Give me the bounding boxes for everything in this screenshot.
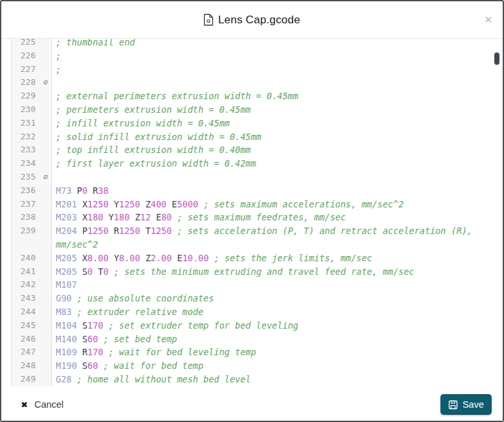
gcode-param: S [77, 360, 88, 371]
gcode-param: X [77, 253, 88, 263]
save-floppy-icon [448, 400, 458, 410]
save-button[interactable]: Save [440, 394, 492, 415]
gcode-param: E [150, 212, 161, 222]
code-line-content[interactable]: ; [52, 63, 501, 76]
code-line-content[interactable]: M205 S0 T0 ; sets the minimum extruding … [52, 265, 501, 279]
line-number: 249 [12, 373, 52, 386]
gcode-value: 10.00 [182, 253, 209, 263]
gcode-value: 38 [98, 185, 108, 196]
gcode-command: M190 [56, 360, 77, 371]
dialog-header: G Lens Cap.gcode × [1, 1, 503, 39]
gcode-command: M204 [56, 226, 77, 236]
code-line-content[interactable]: M204 P1250 R1250 T1250 ; sets accelerati… [52, 224, 501, 252]
code-line-content[interactable] [52, 76, 501, 89]
line-number: 244 [12, 305, 52, 319]
code-line[interactable]: 225; thumbnail end [12, 39, 501, 49]
code-line-content[interactable]: M140 S60 ; set bed temp [52, 333, 501, 346]
gcode-value: 170 [88, 347, 103, 357]
code-line[interactable]: 227; [12, 63, 501, 76]
code-line-content[interactable]: ; [52, 49, 501, 63]
code-line[interactable]: 246M140 S60 ; set bed temp [12, 333, 501, 346]
gcode-command: M201 [56, 199, 77, 209]
code-line[interactable]: 232; solid infill extrusion width = 0.45… [12, 130, 501, 144]
code-line-content[interactable]: M104 S170 ; set extruder temp for bed le… [52, 319, 501, 333]
gcode-comment: ; top infill extrusion width = 0.40mm [56, 145, 251, 155]
code-line-content[interactable]: M73 P0 R38 [52, 184, 501, 198]
code-line-content[interactable]: ; first layer extrusion width = 0.42mm [52, 157, 501, 170]
code-line-content[interactable] [52, 170, 501, 184]
line-number: 237 [12, 198, 52, 211]
code-line-content[interactable]: M203 X180 Y180 Z12 E80 ; sets maximum fe… [52, 211, 501, 224]
gcode-param: P [71, 185, 82, 196]
gcode-command: M83 [56, 307, 71, 317]
gcode-value: 12 [140, 212, 150, 222]
gcode-comment: ; infill extrusion width = 0.45mm [56, 118, 230, 128]
gcode-param: R [88, 185, 98, 196]
code-line[interactable]: 242M107 [12, 278, 501, 292]
code-editor[interactable]: 225; thumbnail end226;227;228∅229; exter… [11, 39, 501, 386]
gcode-param: Z [130, 212, 140, 222]
code-line[interactable]: 233; top infill extrusion width = 0.40mm [12, 143, 501, 157]
gcode-command: M107 [56, 279, 77, 290]
code-line[interactable]: 245M104 S170 ; set extruder temp for bed… [12, 319, 501, 333]
code-line[interactable]: 240M205 X8.00 Y8.00 Z2.00 E10.00 ; sets … [12, 252, 501, 265]
code-line[interactable]: 226; [12, 49, 501, 63]
line-number: 247 [12, 346, 52, 359]
line-number: 236 [12, 184, 52, 198]
gcode-value: 1250 [119, 226, 141, 236]
code-line[interactable]: 238M203 X180 Y180 Z12 E80 ; sets maximum… [12, 211, 501, 224]
gcode-value: 60 [88, 360, 98, 371]
gcode-param: Y [108, 199, 119, 209]
line-number: 228∅ [12, 76, 52, 89]
code-line[interactable]: 241M205 S0 T0 ; sets the minimum extrudi… [12, 265, 501, 279]
code-line[interactable]: 244M83 ; extruder relative mode [12, 305, 501, 319]
code-line[interactable]: 231; infill extrusion width = 0.45mm [12, 117, 501, 130]
code-line-content[interactable]: ; perimeters extrusion width = 0.45mm [52, 103, 501, 117]
code-line[interactable]: 230; perimeters extrusion width = 0.45mm [12, 103, 501, 117]
code-line-content[interactable]: G28 ; home all without mesh bed level [52, 373, 501, 386]
line-number: 241 [12, 265, 52, 279]
gcode-value: 8.00 [88, 253, 109, 263]
line-number: 246 [12, 333, 52, 346]
code-line[interactable]: 234; first layer extrusion width = 0.42m… [12, 157, 501, 170]
scrollbar-thumb[interactable] [494, 53, 499, 65]
code-line[interactable]: 236M73 P0 R38 [12, 184, 501, 198]
close-icon[interactable]: × [485, 12, 492, 25]
empty-line-marker: ∅ [43, 170, 48, 184]
code-line[interactable]: 235∅ [12, 170, 501, 184]
code-line-content[interactable]: M83 ; extruder relative mode [52, 305, 501, 319]
code-line-content[interactable]: G90 ; use absolute coordinates [52, 292, 501, 305]
code-line-content[interactable]: M190 S60 ; wait for bed temp [52, 359, 501, 373]
code-line-content[interactable]: ; solid infill extrusion width = 0.45mm [52, 130, 501, 144]
line-number: 227 [12, 63, 52, 76]
line-number: 248 [12, 359, 52, 373]
line-number: 239 [12, 224, 52, 252]
line-number: 229 [12, 89, 52, 103]
gcode-value: 1250 [88, 199, 109, 209]
gcode-value: 180 [114, 212, 129, 222]
code-line[interactable]: 247M109 R170 ; wait for bed leveling tem… [12, 346, 501, 359]
gcode-command: M205 [56, 266, 77, 277]
code-line[interactable]: 249G28 ; home all without mesh bed level [12, 373, 501, 386]
code-line[interactable]: 239M204 P1250 R1250 T1250 ; sets acceler… [12, 224, 501, 252]
code-line-content[interactable]: ; thumbnail end [52, 39, 501, 49]
code-line-content[interactable]: M201 X1250 Y1250 Z400 E5000 ; sets maxim… [52, 198, 501, 211]
gcode-param: T [93, 266, 103, 277]
line-number: 233 [12, 143, 52, 157]
code-line[interactable]: 248M190 S60 ; wait for bed temp [12, 359, 501, 373]
cancel-button[interactable]: ✖ Cancel [21, 399, 64, 410]
gcode-comment: ; extruder relative mode [71, 307, 203, 317]
code-line-content[interactable]: ; external perimeters extrusion width = … [52, 89, 501, 103]
code-line-content[interactable]: M107 [52, 278, 501, 292]
code-line[interactable]: 228∅ [12, 76, 501, 89]
empty-line-marker: ∅ [43, 76, 48, 89]
code-line-content[interactable]: ; infill extrusion width = 0.45mm [52, 117, 501, 130]
code-line-content[interactable]: M109 R170 ; wait for bed leveling temp [52, 346, 501, 359]
line-number: 243 [12, 292, 52, 305]
code-line-content[interactable]: M205 X8.00 Y8.00 Z2.00 E10.00 ; sets the… [52, 252, 501, 265]
code-line-content[interactable]: ; top infill extrusion width = 0.40mm [52, 143, 501, 157]
code-line[interactable]: 243G90 ; use absolute coordinates [12, 292, 501, 305]
gcode-param: S [77, 266, 88, 277]
code-line[interactable]: 229; external perimeters extrusion width… [12, 89, 501, 103]
code-line[interactable]: 237M201 X1250 Y1250 Z400 E5000 ; sets ma… [12, 198, 501, 211]
